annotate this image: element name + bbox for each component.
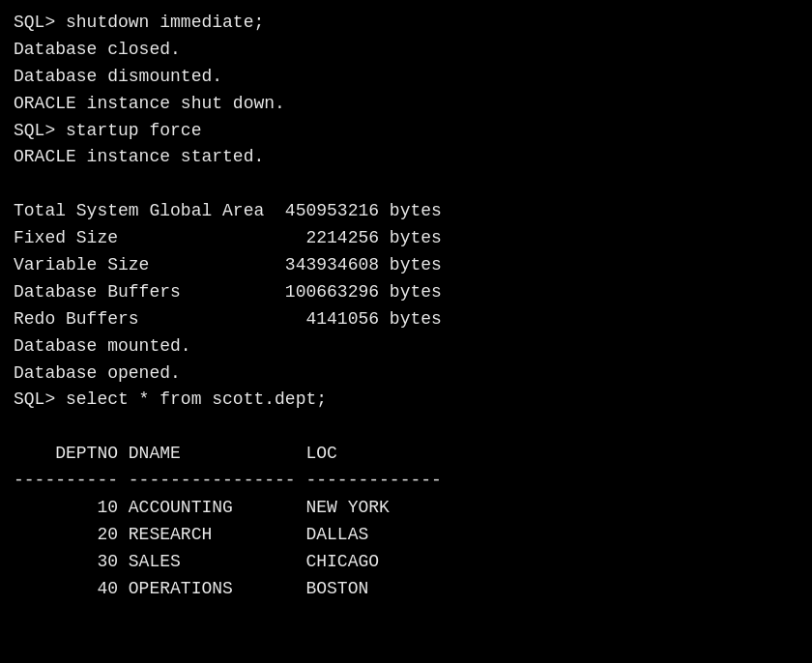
table-header: DEPTNO DNAME LOC — [14, 441, 798, 468]
terminal: SQL> shutdown immediate; Database closed… — [14, 10, 798, 653]
line-5: SQL> startup force — [14, 118, 798, 145]
line-select: SQL> select * from scott.dept; — [14, 387, 798, 414]
output-lines: SQL> shutdown immediate; Database closed… — [14, 10, 798, 414]
line-3: Database dismounted. — [14, 64, 798, 91]
line-sga: Total System Global Area 450953216 bytes — [14, 198, 798, 225]
line-fixed: Fixed Size 2214256 bytes — [14, 225, 798, 252]
line-mounted: Database mounted. — [14, 333, 798, 360]
line-4: ORACLE instance shut down. — [14, 91, 798, 118]
blank-2 — [14, 414, 798, 441]
line-buffers: Database Buffers 100663296 bytes — [14, 279, 798, 306]
table-row-1: 10 ACCOUNTING NEW YORK — [14, 495, 798, 522]
line-redo: Redo Buffers 4141056 bytes — [14, 306, 798, 333]
table-divider: ---------- ---------------- ------------… — [14, 468, 798, 495]
table-row-3: 30 SALES CHICAGO — [14, 549, 798, 576]
table-row-2: 20 RESEARCH DALLAS — [14, 522, 798, 549]
line-opened: Database opened. — [14, 360, 798, 388]
line-1: SQL> shutdown immediate; — [14, 10, 798, 37]
blank-1 — [14, 171, 798, 198]
query-results: DEPTNO DNAME LOC ---------- ------------… — [14, 414, 798, 602]
line-6: ORACLE instance started. — [14, 144, 798, 171]
table-row-4: 40 OPERATIONS BOSTON — [14, 576, 798, 603]
line-2: Database closed. — [14, 37, 798, 64]
line-variable: Variable Size 343934608 bytes — [14, 252, 798, 279]
